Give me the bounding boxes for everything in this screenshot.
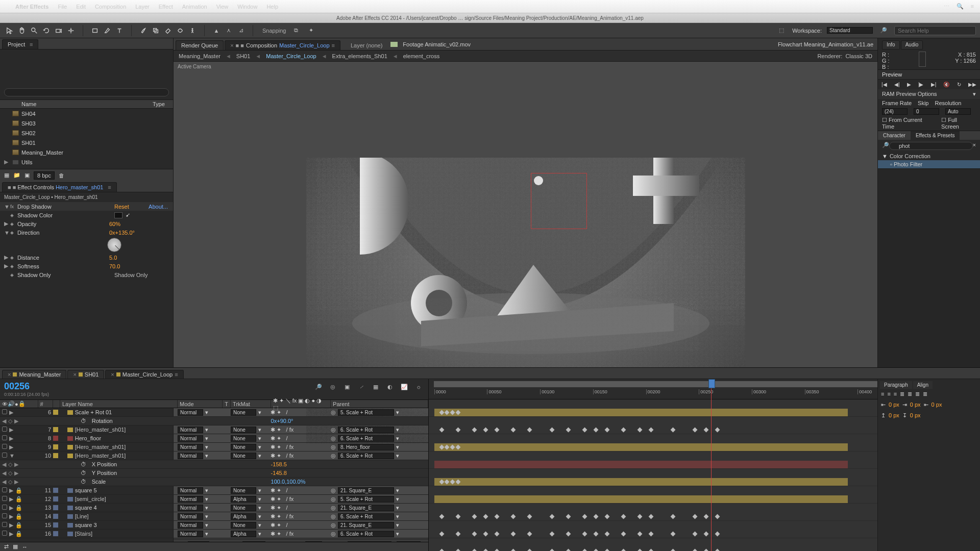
chevron-down-icon[interactable]: ▾ bbox=[205, 531, 208, 537]
chevron-down-icon[interactable]: ▾ bbox=[396, 496, 399, 503]
crumb-item[interactable]: element_cross bbox=[403, 53, 440, 59]
brush-tool-icon[interactable] bbox=[138, 25, 149, 36]
timeline-zoom-icon[interactable]: ↔ bbox=[22, 544, 28, 550]
label-swatch[interactable] bbox=[53, 444, 58, 449]
property-value[interactable]: -145.8 bbox=[271, 470, 287, 476]
resolution-dropdown[interactable]: Auto bbox=[945, 108, 971, 115]
trkmat-dropdown[interactable]: None bbox=[231, 522, 256, 529]
chevron-down-icon[interactable]: ▾ bbox=[396, 531, 399, 537]
keyframe-icon[interactable] bbox=[594, 514, 599, 519]
loop-icon[interactable]: ↻ bbox=[957, 82, 961, 87]
add-key-icon[interactable]: ◇ bbox=[8, 479, 12, 485]
first-frame-icon[interactable]: |◀ bbox=[881, 82, 887, 87]
panel-menu-icon[interactable]: ≡ bbox=[175, 371, 178, 378]
val-direction[interactable]: 0x+135.0° bbox=[109, 230, 135, 236]
col-parent[interactable]: Parent bbox=[331, 400, 428, 408]
project-item[interactable]: SH03 bbox=[0, 118, 173, 128]
camera-tool-icon[interactable] bbox=[53, 25, 64, 36]
tab-info[interactable]: Info bbox=[882, 40, 900, 49]
keyframe-icon[interactable] bbox=[715, 549, 720, 551]
lock-icon[interactable]: 🔒 bbox=[15, 496, 22, 503]
val-opacity[interactable]: 60% bbox=[109, 221, 120, 227]
play-icon[interactable]: ▶ bbox=[907, 82, 911, 87]
menu-file[interactable]: File bbox=[58, 4, 67, 10]
renderer-dropdown[interactable]: Classic 3D bbox=[845, 53, 872, 59]
chevron-down-icon[interactable]: ▾ bbox=[205, 453, 208, 459]
val-shadow-only[interactable]: Shadow Only bbox=[114, 272, 148, 278]
chevron-down-icon[interactable]: ▾ bbox=[258, 435, 261, 442]
parent-dropdown[interactable]: 21. Square_E bbox=[338, 487, 394, 494]
keyframe-icon[interactable] bbox=[494, 514, 499, 519]
parent-dropdown[interactable]: 6. Scale + Rot bbox=[338, 435, 394, 442]
align-left-icon[interactable]: ≡ bbox=[881, 391, 884, 397]
footage-label[interactable]: Footage Animatic_v02.mov bbox=[403, 41, 471, 47]
keyframe-icon[interactable] bbox=[649, 532, 654, 537]
label-swatch[interactable] bbox=[53, 514, 58, 519]
close-icon[interactable]: × bbox=[73, 371, 76, 378]
effect-name[interactable]: Drop Shadow bbox=[17, 204, 109, 210]
about-link[interactable]: About... bbox=[149, 204, 173, 210]
stopwatch-icon[interactable]: ⏱ bbox=[81, 418, 86, 424]
blend-mode-dropdown[interactable]: Normal bbox=[178, 409, 203, 416]
current-time-indicator[interactable] bbox=[711, 379, 712, 551]
chevron-down-icon[interactable]: ▾ bbox=[258, 505, 261, 511]
keyframe-icon[interactable] bbox=[456, 514, 461, 519]
chevron-down-icon[interactable]: ▾ bbox=[258, 427, 261, 433]
panel-menu-icon[interactable]: ≡ bbox=[108, 184, 111, 190]
col-layer-name[interactable]: Layer Name bbox=[60, 400, 178, 408]
val-distance[interactable]: 5.0 bbox=[109, 255, 117, 261]
color-depth[interactable]: 8 bpc bbox=[34, 171, 55, 180]
blend-mode-dropdown[interactable]: Normal bbox=[178, 435, 203, 442]
pickwhip-icon[interactable]: ◎ bbox=[331, 513, 336, 520]
keyframe-icon[interactable] bbox=[704, 549, 709, 551]
layer-switches[interactable]: ✱ ✦ / bbox=[271, 487, 287, 494]
keyframe-icon[interactable] bbox=[566, 514, 571, 519]
visibility-toggle-icon[interactable] bbox=[2, 531, 7, 536]
twirl-icon[interactable]: ▶ bbox=[9, 513, 13, 520]
parent-dropdown[interactable]: 8. Hero_floor bbox=[338, 444, 394, 450]
keyframe-icon[interactable] bbox=[527, 532, 532, 537]
visibility-toggle-icon[interactable] bbox=[2, 496, 7, 501]
menu-window[interactable]: Window bbox=[237, 4, 257, 10]
keyframe-icon[interactable] bbox=[604, 428, 609, 433]
effect-item-photo-filter[interactable]: ▫ Photo Filter bbox=[890, 161, 922, 167]
next-key-icon[interactable]: ▶ bbox=[14, 418, 18, 424]
lock-icon[interactable]: 🔒 bbox=[15, 487, 22, 494]
timeline-tab[interactable]: ×SH01 bbox=[67, 370, 104, 379]
label-swatch[interactable] bbox=[53, 522, 58, 528]
chevron-down-icon[interactable]: ▾ bbox=[205, 505, 208, 511]
prop-direction[interactable]: Direction bbox=[17, 230, 109, 236]
framerate-dropdown[interactable]: (24) bbox=[882, 108, 908, 115]
chevron-down-icon[interactable]: ▾ bbox=[396, 409, 399, 416]
trkmat-dropdown[interactable]: None bbox=[231, 505, 256, 511]
menu-help[interactable]: Help bbox=[266, 4, 278, 10]
keyframe-icon[interactable] bbox=[594, 532, 599, 537]
newfolder-icon[interactable]: 📁 bbox=[13, 172, 20, 179]
property-value[interactable]: 100.0,100.0% bbox=[271, 479, 306, 485]
layer-switches[interactable]: ✱ ✦ / bbox=[271, 505, 287, 511]
blend-mode-dropdown[interactable]: Normal bbox=[178, 513, 203, 520]
keyframe-icon[interactable] bbox=[472, 428, 477, 433]
next-key-icon[interactable]: ▶ bbox=[14, 479, 18, 485]
panbehind-tool-icon[interactable] bbox=[65, 25, 77, 36]
keyframe-icon[interactable] bbox=[483, 532, 488, 537]
col-mode[interactable]: Mode bbox=[178, 400, 223, 408]
twirl-icon[interactable]: ▶ bbox=[9, 444, 13, 450]
keyframe-icon[interactable] bbox=[671, 532, 676, 537]
keyframe-icon[interactable] bbox=[439, 428, 444, 433]
keyframe-icon[interactable] bbox=[456, 532, 461, 537]
prop-shadow-only[interactable]: Shadow Only bbox=[17, 272, 109, 278]
project-item[interactable]: SH01 bbox=[0, 138, 173, 147]
layer-row[interactable]: ▶ 6 Scale + Rot 01 Normal▾ None▾ ✱ ✦ / ◎… bbox=[0, 408, 428, 417]
last-frame-icon[interactable]: ▶| bbox=[931, 82, 937, 87]
space-before-icon[interactable]: ↥ bbox=[881, 412, 886, 419]
align-center-icon[interactable]: ≡ bbox=[887, 391, 890, 397]
project-item[interactable]: SH04 bbox=[0, 109, 173, 118]
keyframe-icon[interactable] bbox=[472, 532, 477, 537]
chevron-down-icon[interactable]: ▾ bbox=[205, 427, 208, 433]
keyframe-icon[interactable] bbox=[604, 514, 609, 519]
layer-name[interactable]: [Hero_master_sh01] bbox=[75, 453, 126, 459]
project-item[interactable]: Meaning_Master bbox=[0, 147, 173, 157]
keyframe-icon[interactable] bbox=[621, 549, 626, 551]
draft3d-icon[interactable]: ▣ bbox=[341, 381, 353, 392]
